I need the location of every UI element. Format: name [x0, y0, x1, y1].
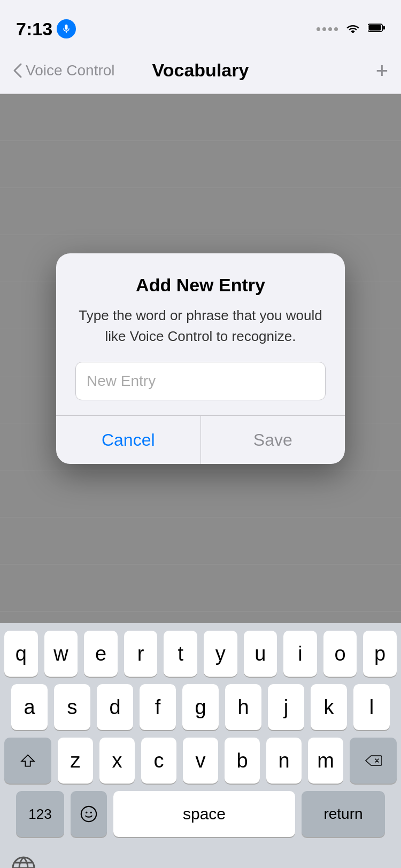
keyboard-row-4: 123 space return	[4, 791, 397, 837]
content-area: Add New Entry Type the word or phrase th…	[0, 94, 401, 623]
key-d[interactable]: d	[97, 684, 133, 730]
table-line	[0, 517, 401, 564]
shift-key[interactable]	[4, 738, 51, 784]
cancel-button[interactable]: Cancel	[56, 416, 201, 464]
delete-key[interactable]	[350, 738, 397, 784]
alert-buttons: Cancel Save	[56, 415, 345, 464]
key-g[interactable]: g	[182, 684, 219, 730]
key-p[interactable]: p	[363, 631, 397, 677]
key-x[interactable]: x	[99, 738, 135, 784]
key-s[interactable]: s	[54, 684, 90, 730]
table-line	[0, 470, 401, 517]
status-indicators	[317, 22, 385, 35]
delete-icon	[365, 755, 382, 766]
keyboard-row-1: q w e r t y u i o p	[4, 631, 397, 677]
key-o[interactable]: o	[323, 631, 357, 677]
signal-icon	[317, 27, 338, 31]
alert-title: Add New Entry	[75, 275, 326, 296]
table-line	[0, 94, 401, 141]
table-line	[0, 188, 401, 235]
status-bar: 7:13	[0, 0, 401, 47]
wifi-icon	[344, 22, 361, 35]
key-h[interactable]: h	[225, 684, 261, 730]
key-l[interactable]: l	[353, 684, 390, 730]
status-time-group: 7:13	[16, 19, 76, 40]
alert-message: Type the word or phrase that you would l…	[75, 305, 326, 347]
battery-icon	[368, 22, 385, 35]
save-button[interactable]: Save	[201, 416, 345, 464]
key-z[interactable]: z	[58, 738, 93, 784]
key-n[interactable]: n	[266, 738, 302, 784]
alert-content: Add New Entry Type the word or phrase th…	[56, 253, 345, 415]
alert-dialog: Add New Entry Type the word or phrase th…	[56, 253, 345, 464]
shift-icon	[20, 753, 35, 768]
key-v[interactable]: v	[183, 738, 218, 784]
svg-point-5	[90, 811, 92, 813]
key-i[interactable]: i	[283, 631, 317, 677]
key-y[interactable]: y	[204, 631, 237, 677]
add-button[interactable]: +	[376, 60, 388, 81]
back-button[interactable]: Voice Control	[13, 62, 115, 79]
key-r[interactable]: r	[124, 631, 158, 677]
chevron-left-icon	[13, 63, 22, 79]
key-q[interactable]: q	[4, 631, 38, 677]
table-line	[0, 564, 401, 611]
keyboard-row-2: a s d f g h j k l	[4, 684, 397, 730]
svg-point-3	[81, 807, 96, 821]
emoji-icon	[80, 805, 98, 823]
svg-point-4	[86, 811, 87, 813]
keyboard: q w e r t y u i o p a s d f g h j k l z …	[0, 623, 401, 850]
space-key[interactable]: space	[113, 791, 295, 837]
numbers-key[interactable]: 123	[16, 791, 64, 837]
emoji-key[interactable]	[71, 791, 107, 837]
key-c[interactable]: c	[141, 738, 176, 784]
key-b[interactable]: b	[225, 738, 260, 784]
back-label: Voice Control	[26, 62, 115, 79]
new-entry-input[interactable]	[75, 362, 326, 400]
key-u[interactable]: u	[244, 631, 277, 677]
page-title: Vocabulary	[152, 60, 249, 81]
key-w[interactable]: w	[44, 631, 78, 677]
key-k[interactable]: k	[311, 684, 347, 730]
clock-time: 7:13	[16, 19, 52, 40]
keyboard-bottom	[0, 850, 401, 868]
globe-icon[interactable]	[11, 855, 36, 868]
key-a[interactable]: a	[11, 684, 48, 730]
return-key[interactable]: return	[302, 791, 385, 837]
key-t[interactable]: t	[164, 631, 197, 677]
nav-bar: Voice Control Vocabulary +	[0, 47, 401, 94]
key-e[interactable]: e	[84, 631, 118, 677]
key-f[interactable]: f	[140, 684, 176, 730]
svg-rect-1	[369, 25, 381, 30]
svg-rect-2	[383, 26, 385, 30]
key-j[interactable]: j	[268, 684, 304, 730]
mic-icon	[61, 24, 72, 34]
table-line	[0, 141, 401, 188]
keyboard-row-3: z x c v b n m	[4, 738, 397, 784]
key-m[interactable]: m	[308, 738, 343, 784]
mic-active-indicator	[57, 19, 76, 38]
